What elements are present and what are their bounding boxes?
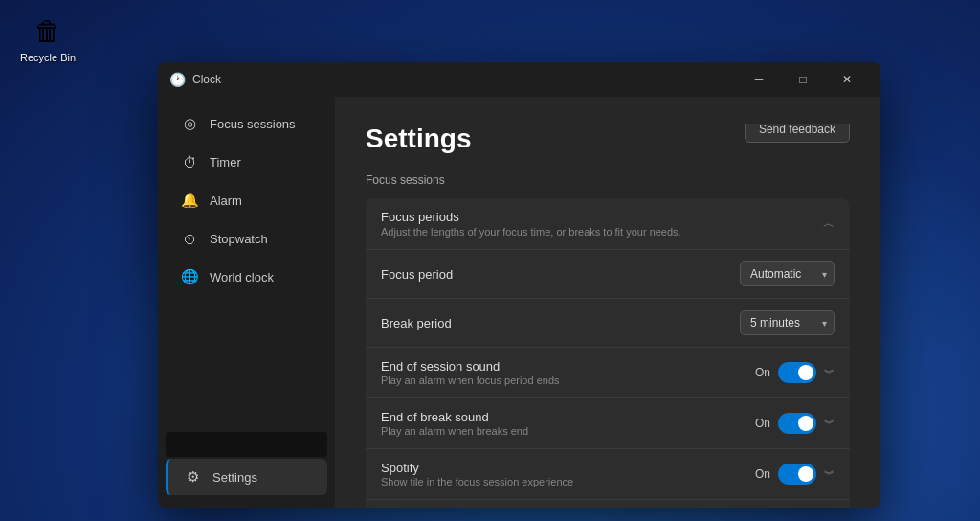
sidebar-item-timer[interactable]: ⏱ Timer xyxy=(166,144,327,180)
focus-period-dropdown-wrapper: Automatic 25 minutes 30 minutes 45 minut… xyxy=(740,261,835,286)
break-period-row: Break period 5 minutes 10 minutes 15 min… xyxy=(366,298,850,347)
title-bar-controls: ─ □ ✕ xyxy=(737,64,869,95)
focus-period-label: Focus period xyxy=(381,267,453,282)
content-area: Send feedback Settings Focus sessions Fo… xyxy=(335,97,880,508)
spotify-chevron[interactable]: ︾ xyxy=(824,467,835,482)
sidebar-item-label: Settings xyxy=(212,470,257,485)
focus-periods-chevron-up: ︿ xyxy=(823,215,835,232)
end-of-session-sound-text: End of session sound Play an alarm when … xyxy=(381,359,560,386)
focus-periods-header-text: Focus periods Adjust the lengths of your… xyxy=(381,210,681,238)
sidebar-item-world-clock[interactable]: 🌐 World clock xyxy=(166,259,327,295)
title-bar-text: Clock xyxy=(192,73,221,86)
sidebar-item-label: Stopwatch xyxy=(210,232,268,246)
send-feedback-button[interactable]: Send feedback xyxy=(745,124,850,143)
close-button[interactable]: ✕ xyxy=(825,64,869,95)
end-of-break-sound-row: End of break sound Play an alarm when br… xyxy=(366,397,850,448)
alarm-icon: 🔔 xyxy=(181,192,198,209)
focus-periods-card: Focus periods Adjust the lengths of your… xyxy=(366,198,850,508)
focus-periods-header[interactable]: Focus periods Adjust the lengths of your… xyxy=(366,198,850,249)
world-clock-icon: 🌐 xyxy=(181,268,198,285)
sidebar-bottom: ⚙ Settings xyxy=(158,430,335,500)
to-do-row: To Do Show tile in the focus session exp… xyxy=(366,499,850,508)
settings-icon: ⚙ xyxy=(184,468,201,486)
end-of-session-sound-toggle[interactable] xyxy=(778,362,816,383)
app-window: 🕐 Clock ─ □ ✕ ◎ Focus sessions ⏱ Timer xyxy=(158,62,880,508)
blacked-out-area xyxy=(166,432,327,457)
focus-period-control: Automatic 25 minutes 30 minutes 45 minut… xyxy=(740,261,835,286)
focus-periods-subtitle: Adjust the lengths of your focus time, o… xyxy=(381,226,681,238)
title-bar: 🕐 Clock ─ □ ✕ xyxy=(158,62,880,97)
spotify-control: On ︾ xyxy=(755,464,835,485)
app-body: ◎ Focus sessions ⏱ Timer 🔔 Alarm ⏲ Stopw… xyxy=(158,97,880,508)
break-period-dropdown[interactable]: 5 minutes 10 minutes 15 minutes xyxy=(740,310,835,335)
sidebar-item-stopwatch[interactable]: ⏲ Stopwatch xyxy=(166,220,327,257)
end-of-break-sound-toggle[interactable] xyxy=(778,413,816,434)
minimize-button[interactable]: ─ xyxy=(737,64,781,95)
focus-period-dropdown[interactable]: Automatic 25 minutes 30 minutes 45 minut… xyxy=(740,261,835,286)
sidebar-item-focus-sessions[interactable]: ◎ Focus sessions xyxy=(166,105,327,142)
end-of-session-sound-chevron[interactable]: ︾ xyxy=(824,366,835,380)
spotify-text: Spotify Show tile in the focus session e… xyxy=(381,461,573,487)
stopwatch-icon: ⏲ xyxy=(181,230,198,247)
end-of-break-sound-text: End of break sound Play an alarm when br… xyxy=(381,410,528,437)
sidebar-item-label: Focus sessions xyxy=(210,117,296,131)
end-of-break-sound-chevron[interactable]: ︾ xyxy=(824,417,835,431)
maximize-button[interactable]: □ xyxy=(781,64,825,95)
sidebar-item-label: Timer xyxy=(210,155,241,170)
timer-icon: ⏱ xyxy=(181,153,198,170)
end-of-session-sound-control: On ︾ xyxy=(755,362,835,383)
spotify-toggle[interactable] xyxy=(778,464,816,485)
end-of-break-sound-control: On ︾ xyxy=(755,413,835,434)
break-period-control: 5 minutes 10 minutes 15 minutes xyxy=(740,310,835,335)
desktop: 🗑 Recycle Bin 🕐 Clock ─ □ ✕ ◎ Focus sess… xyxy=(0,0,980,521)
recycle-bin-icon: 🗑 xyxy=(29,11,67,50)
sidebar-item-alarm[interactable]: 🔔 Alarm xyxy=(166,182,327,218)
break-period-label: Break period xyxy=(381,316,452,330)
focus-period-row: Focus period Automatic 25 minutes 30 min… xyxy=(366,249,850,298)
sidebar-item-label: World clock xyxy=(210,270,274,284)
break-period-dropdown-wrapper: 5 minutes 10 minutes 15 minutes xyxy=(740,310,835,335)
end-of-session-sound-row: End of session sound Play an alarm when … xyxy=(366,347,850,397)
focus-periods-title: Focus periods xyxy=(381,210,681,224)
focus-sessions-section-label: Focus sessions xyxy=(366,173,850,187)
clock-app-icon: 🕐 xyxy=(169,72,185,87)
recycle-bin[interactable]: 🗑 Recycle Bin xyxy=(17,11,78,63)
sidebar-item-settings[interactable]: ⚙ Settings xyxy=(166,459,327,495)
sidebar: ◎ Focus sessions ⏱ Timer 🔔 Alarm ⏲ Stopw… xyxy=(158,97,335,508)
focus-sessions-icon: ◎ xyxy=(181,115,198,132)
spotify-row: Spotify Show tile in the focus session e… xyxy=(366,448,850,499)
sidebar-item-label: Alarm xyxy=(210,193,242,208)
recycle-bin-label: Recycle Bin xyxy=(20,52,76,63)
